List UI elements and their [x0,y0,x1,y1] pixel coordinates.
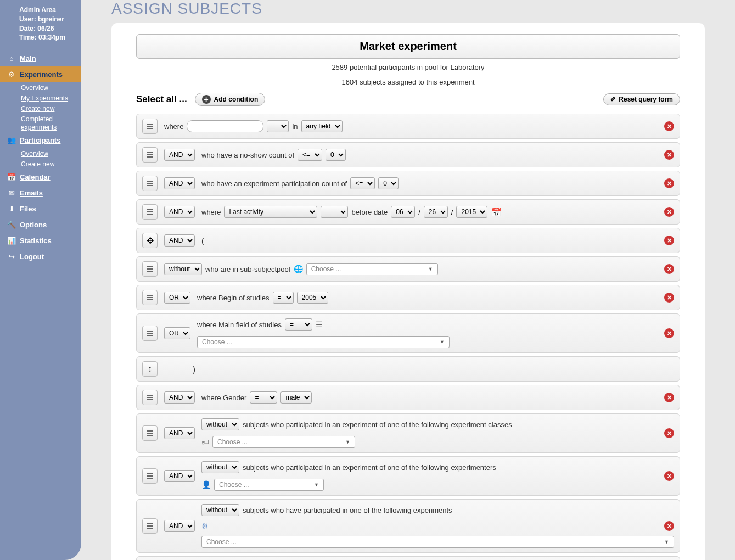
nav-part-create[interactable]: Create new [21,160,54,168]
exp-class-choose[interactable]: Choose ...▼ [212,436,355,448]
condition-row: AND without subjects who have participat… [136,499,680,553]
resize-icon: ↕ [148,364,152,374]
logic-select[interactable]: AND [164,234,195,247]
operator-select[interactable]: <= [350,177,375,189]
where-text-input[interactable] [187,120,263,132]
drag-handle[interactable] [142,518,158,534]
operator-select[interactable]: = [273,292,294,304]
nav-emails[interactable]: ✉ Emails [0,185,81,201]
admin-area-label: Admin Area [19,5,75,15]
condition-row: AND who have an experiment participation… [136,171,680,196]
drag-handle[interactable] [142,390,158,405]
remove-condition-button[interactable]: ✕ [664,150,674,160]
field-of-studies-choose[interactable]: Choose ...▼ [197,336,450,348]
operator-select[interactable]: <= [298,149,322,161]
nav-main[interactable]: ⌂ Main [0,51,81,66]
month-select[interactable]: 06 [391,206,415,218]
year-value-select[interactable]: 2005 [297,292,328,304]
nav-exp-my[interactable]: My Experiments [21,94,68,102]
nav-files[interactable]: ⬇ Files [0,201,81,217]
drag-handle[interactable] [142,425,158,441]
experimenter-choose[interactable]: Choose ...▼ [214,479,324,491]
drag-handle[interactable] [142,326,158,341]
year-select[interactable]: 2015 [456,206,487,218]
operator-select[interactable]: = [285,318,312,331]
user-label: User: bgreiner [19,15,75,24]
condition-row: AND who have a no-show count of <= 0 ✕ [136,142,680,167]
experiments-choose[interactable]: Choose ...▼ [201,536,674,548]
without-select[interactable]: without [164,263,202,275]
list-icon[interactable]: ☰ [316,320,323,329]
operator-select[interactable]: = [250,391,277,404]
date-relation-select[interactable] [321,206,348,218]
add-condition-button[interactable]: + Add condition [195,93,266,106]
logic-select[interactable]: AND [164,149,195,161]
calendar-picker-icon[interactable]: 📅 [491,207,502,217]
logic-select[interactable]: AND [164,177,195,189]
remove-condition-button[interactable]: ✕ [664,236,674,245]
without-select[interactable]: without [201,504,239,516]
logic-select[interactable]: AND [164,391,195,404]
nav-experiments[interactable]: ⚙ Experiments [0,66,81,82]
remove-condition-button[interactable]: ✕ [664,521,674,531]
main-area: ASSIGN SUBJECTS Market experiment 2589 p… [81,0,735,560]
drag-handle[interactable] [142,290,158,305]
condition-row: where in any field ✕ [136,114,680,139]
without-select[interactable]: without [201,418,239,430]
condition-row: AND without subjects who participated in… [136,413,680,453]
sidebar-header: Admin Area User: bgreiner Date: 06/26 Ti… [0,0,81,51]
drag-handle[interactable]: ✥ [142,233,158,248]
reset-query-button[interactable]: ✐ Reset query form [603,93,680,105]
experiments-subitems: Overview My Experiments Create new Compl… [0,82,81,132]
time-label: Time: 03:34pm [19,33,75,42]
logic-select[interactable]: AND [164,427,195,439]
without-select[interactable]: without [201,461,239,473]
value-select[interactable]: 0 [326,149,346,161]
drag-handle[interactable]: ↕ [142,361,158,377]
drag-handle[interactable] [142,468,158,484]
condition-row-paren-close: ↕ ) [136,356,680,382]
remove-condition-button[interactable]: ✕ [664,393,674,402]
condition-row: AND without subjects who participated in… [136,456,680,496]
field-select[interactable]: any field [301,120,343,132]
drag-handle[interactable] [142,147,158,163]
day-select[interactable]: 26 [424,206,448,218]
nav-exp-completed[interactable]: Completed experiments [21,115,57,131]
date-label: Date: 06/26 [19,24,75,33]
remove-condition-button[interactable]: ✕ [664,264,674,274]
value-select[interactable]: 0 [378,177,399,189]
gears-icon: ⚙ [201,522,209,530]
drag-handle[interactable] [142,176,158,191]
nav-exp-create[interactable]: Create new [21,105,54,113]
drag-handle[interactable] [142,204,158,220]
subpool-choose[interactable]: Choose ...▼ [306,263,438,275]
remove-condition-button[interactable]: ✕ [664,121,674,131]
stats-icon: 📊 [7,237,16,245]
nav-options[interactable]: 🔨 Options [0,217,81,233]
logic-select[interactable]: AND [164,206,195,218]
remove-condition-button[interactable]: ✕ [664,207,674,217]
gender-select[interactable]: male [280,391,312,404]
remove-condition-button[interactable]: ✕ [664,328,674,338]
logic-select[interactable]: OR [164,292,190,304]
move-icon: ✥ [147,236,154,246]
remove-condition-button[interactable]: ✕ [664,471,674,481]
where-extra-select[interactable] [267,120,289,132]
logic-select[interactable]: AND [164,520,195,532]
nav-exp-overview[interactable]: Overview [21,84,48,92]
drag-handle[interactable] [142,261,158,277]
remove-condition-button[interactable]: ✕ [664,428,674,438]
nav-part-overview[interactable]: Overview [21,150,48,158]
nav-logout[interactable]: ↪ Logout [0,249,81,265]
nav-statistics[interactable]: 📊 Statistics [0,233,81,249]
drag-handle[interactable] [142,119,158,134]
remove-condition-button[interactable]: ✕ [664,293,674,303]
nav-participants[interactable]: 👥 Participants [0,132,81,148]
activity-field-select[interactable]: Last activity [224,206,317,218]
nav-calendar[interactable]: 📅 Calendar [0,169,81,185]
logic-select[interactable]: OR [164,327,190,339]
remove-condition-button[interactable]: ✕ [664,178,674,188]
logic-select[interactable]: AND [164,470,195,482]
page-title: ASSIGN SUBJECTS [81,0,735,18]
mail-icon: ✉ [7,189,16,197]
